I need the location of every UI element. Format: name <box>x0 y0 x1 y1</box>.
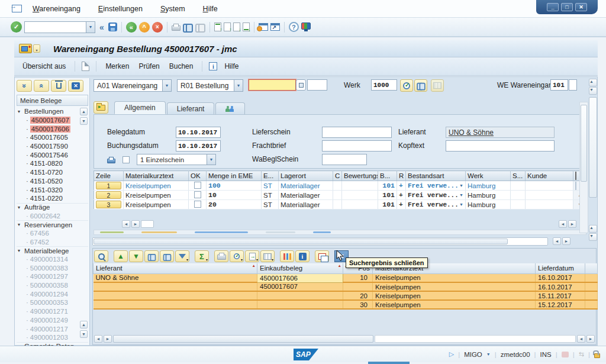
action-select[interactable]: A01 Wareneingang▼ <box>94 79 172 92</box>
po-number-input[interactable] <box>249 79 296 91</box>
tab-partners[interactable] <box>215 102 245 114</box>
close-overview-button[interactable]: ✕ <box>68 80 83 92</box>
print-icon[interactable] <box>214 250 228 262</box>
chevron-down-icon[interactable]: ▼ <box>162 80 171 91</box>
frachtbrief-input[interactable] <box>322 140 392 152</box>
scroll-right-icon[interactable]: ► <box>131 220 140 228</box>
tree-item[interactable]: ·4900001249 <box>17 316 88 325</box>
result-row[interactable]: 30 Kreiselpumpen 15.12.2017 <box>94 300 598 309</box>
tree-item[interactable]: ·4900001314 <box>17 255 88 264</box>
print-checkbox[interactable] <box>123 156 130 163</box>
multiple-selection-icon[interactable] <box>296 79 306 91</box>
info-icon[interactable]: i <box>295 250 310 262</box>
tree-item[interactable]: ·4151-0820 <box>17 159 88 168</box>
tree-scroll-up2-icon[interactable]: ▲ <box>80 321 88 328</box>
find-icon[interactable] <box>183 24 193 30</box>
command-dropdown-icon[interactable]: ▼ <box>86 22 95 33</box>
scroll-left-icon[interactable]: ◄ <box>577 335 585 343</box>
item-row[interactable]: 2 Kreiselpumpen 10 ST Materiallager 101 … <box>94 191 587 200</box>
detail-vscroll-thumb[interactable] <box>581 105 587 182</box>
tree-item[interactable]: ·4900001271 <box>17 307 88 316</box>
tree-item[interactable]: ·4151-0220 <box>17 194 88 203</box>
hold-button[interactable]: Merken <box>103 61 131 72</box>
ok-checkbox[interactable] <box>194 201 201 208</box>
scroll-left-icon[interactable]: ◄ <box>94 335 102 343</box>
po-item-input[interactable] <box>307 79 327 91</box>
col-s[interactable]: S... <box>511 171 526 181</box>
bestandsart-select[interactable]: ▼Frei verwe... <box>406 191 466 200</box>
find-next-icon[interactable] <box>160 250 174 262</box>
tree-item[interactable]: ·5000000353 <box>17 298 88 307</box>
tree-item[interactable]: ·67456 <box>17 229 88 238</box>
scroll-right-icon[interactable]: ► <box>586 335 595 343</box>
menu-einstellungen[interactable]: Einstellungen <box>98 5 143 13</box>
col-b[interactable]: B... <box>378 171 397 181</box>
ok-checkbox[interactable] <box>194 191 201 198</box>
close-detail-icon[interactable] <box>94 101 108 114</box>
scroll-left-icon[interactable]: ◄ <box>122 220 130 228</box>
new-document-icon[interactable] <box>82 62 89 71</box>
tab-lieferant[interactable]: Lieferant <box>167 102 215 114</box>
line-button[interactable]: 2 <box>96 191 121 199</box>
transaction-code[interactable]: MIGO <box>464 351 482 358</box>
help-button[interactable]: Hilfe <box>222 61 241 72</box>
search-icon[interactable] <box>414 79 427 92</box>
col-r[interactable]: R <box>397 171 406 181</box>
belegdatum-input[interactable]: 10.10.2017 <box>176 127 221 138</box>
overview-toggle-button[interactable]: Übersicht aus <box>20 61 68 72</box>
tree-node-bestellungen[interactable]: ▾Bestellungen <box>17 107 88 116</box>
graphic-icon[interactable] <box>280 250 294 262</box>
tree-item[interactable]: ·5000000383 <box>17 263 88 272</box>
col-lieferant[interactable]: Lieferant▲ <box>94 263 257 273</box>
exit-icon[interactable]: ^ <box>139 22 150 33</box>
back-icon[interactable]: « <box>126 22 137 33</box>
scroll-right-icon[interactable]: ► <box>568 220 576 228</box>
tree-item[interactable]: ·4900001297 <box>17 272 88 281</box>
wabeglschein-input[interactable] <box>322 154 367 165</box>
item-row[interactable]: 1 Kreiselpumpen 100 ST Materiallager 101… <box>94 181 587 191</box>
buchungsdatum-input[interactable]: 10.10.2017 <box>176 140 221 152</box>
tree-node-auftraege[interactable]: ▾Aufträge <box>17 203 88 212</box>
tree-item[interactable]: ·4500017590 <box>17 142 88 151</box>
collapse-icon[interactable]: « <box>98 22 106 32</box>
scroll-down-icon[interactable]: ▼ <box>589 87 597 95</box>
tree-node-materialbelege[interactable]: ▾Materialbelege <box>17 246 88 255</box>
insert-mode[interactable]: INS <box>540 351 552 358</box>
main-vscroll-thumb[interactable] <box>589 97 597 198</box>
maximize-button[interactable]: □ <box>561 3 573 11</box>
chevron-down-icon[interactable]: ▼ <box>207 154 215 165</box>
detail-hscroll-thumb[interactable] <box>94 239 508 244</box>
bestandsart-select[interactable]: ▼Frei verwe... <box>406 200 466 210</box>
col-c[interactable]: C <box>333 171 342 181</box>
scroll-right-icon[interactable]: ► <box>562 237 570 245</box>
collapse-all-button[interactable]: « <box>34 80 49 92</box>
col-eme[interactable]: E... <box>262 171 279 181</box>
alv-hscroll-thumb[interactable] <box>113 335 373 343</box>
tree-item[interactable]: ·4900001217 <box>17 324 88 333</box>
item-row[interactable]: 3 Kreiselpumpen 20 ST Materiallager 101 … <box>94 200 587 210</box>
new-session-icon[interactable] <box>259 23 268 31</box>
menu-hilfe[interactable]: Hilfe <box>203 5 218 13</box>
item-list-icon[interactable] <box>431 79 444 92</box>
transaction-dropdown-icon[interactable]: ▾ <box>33 44 40 53</box>
scroll-up-icon[interactable]: ▲ <box>589 225 597 233</box>
lieferschein-input[interactable] <box>322 127 392 138</box>
previous-page-icon[interactable]: ↑ <box>224 22 231 31</box>
col-kunde[interactable]: Kunde <box>526 171 573 181</box>
tree-item[interactable]: ·67452 <box>17 237 88 246</box>
check-button[interactable]: Prüfen <box>136 61 162 72</box>
tree-scroll-down-icon[interactable]: ▼ <box>80 117 88 125</box>
chevron-down-icon[interactable]: ▼ <box>234 80 243 91</box>
scroll-right-icon[interactable]: ► <box>104 335 112 343</box>
transaction-icon[interactable] <box>19 44 32 53</box>
tree-item[interactable]: ·4500017546 <box>17 150 88 159</box>
post-button[interactable]: Buchen <box>167 61 196 72</box>
col-bewertung[interactable]: Bewertungs... <box>342 171 378 181</box>
tree-item[interactable]: ·60002642 <box>17 211 88 220</box>
tree-node-reservierungen[interactable]: ▾Reservierungen <box>17 220 88 229</box>
tab-allgemein[interactable]: Allgemein <box>114 101 166 114</box>
werk-input[interactable]: 1000 <box>371 79 397 91</box>
scroll-left-icon[interactable]: ◄ <box>559 220 567 228</box>
scroll-left-icon[interactable]: ◄ <box>553 237 561 245</box>
print-slip-icon[interactable] <box>107 159 115 163</box>
